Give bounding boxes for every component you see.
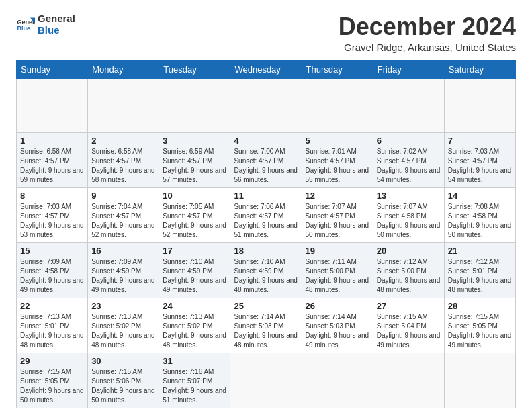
calendar-cell: 18Sunrise: 7:10 AMSunset: 4:59 PMDayligh… bbox=[230, 242, 302, 298]
day-info: Sunrise: 7:15 AMSunset: 5:05 PMDaylight:… bbox=[448, 312, 512, 350]
calendar-day-header: Wednesday bbox=[230, 60, 302, 79]
day-number: 11 bbox=[234, 191, 298, 201]
day-info: Sunrise: 7:15 AMSunset: 5:06 PMDaylight:… bbox=[91, 367, 155, 405]
day-number: 8 bbox=[20, 191, 84, 201]
day-number: 31 bbox=[163, 356, 226, 366]
calendar-cell bbox=[230, 353, 302, 408]
day-number: 23 bbox=[91, 301, 155, 311]
calendar-cell: 25Sunrise: 7:14 AMSunset: 5:03 PMDayligh… bbox=[230, 298, 302, 353]
calendar-cell: 5Sunrise: 7:01 AMSunset: 4:57 PMDaylight… bbox=[302, 132, 373, 187]
calendar-cell: 28Sunrise: 7:15 AMSunset: 5:05 PMDayligh… bbox=[444, 298, 515, 353]
calendar-cell bbox=[88, 79, 159, 132]
calendar-cell bbox=[302, 353, 373, 408]
day-number: 2 bbox=[91, 136, 155, 146]
calendar-cell: 29Sunrise: 7:15 AMSunset: 5:05 PMDayligh… bbox=[17, 353, 88, 408]
calendar-cell: 9Sunrise: 7:04 AMSunset: 4:57 PMDaylight… bbox=[88, 187, 159, 242]
calendar-cell: 30Sunrise: 7:15 AMSunset: 5:06 PMDayligh… bbox=[88, 353, 159, 408]
day-number: 29 bbox=[20, 356, 84, 366]
month-title: December 2024 bbox=[339, 13, 516, 40]
page-header: General Blue General Blue December 2024 … bbox=[16, 13, 516, 53]
day-info: Sunrise: 7:07 AMSunset: 4:57 PMDaylight:… bbox=[306, 202, 369, 240]
day-number: 12 bbox=[306, 191, 369, 201]
calendar-cell bbox=[159, 79, 230, 132]
calendar-day-header: Sunday bbox=[17, 60, 88, 79]
day-info: Sunrise: 7:03 AMSunset: 4:57 PMDaylight:… bbox=[20, 202, 84, 240]
calendar-cell bbox=[17, 79, 88, 132]
calendar-cell: 15Sunrise: 7:09 AMSunset: 4:58 PMDayligh… bbox=[17, 242, 88, 298]
day-info: Sunrise: 7:06 AMSunset: 4:57 PMDaylight:… bbox=[234, 202, 298, 240]
calendar-cell: 13Sunrise: 7:07 AMSunset: 4:58 PMDayligh… bbox=[373, 187, 444, 242]
day-info: Sunrise: 7:15 AMSunset: 5:05 PMDaylight:… bbox=[20, 367, 84, 405]
day-info: Sunrise: 7:13 AMSunset: 5:02 PMDaylight:… bbox=[91, 312, 155, 350]
day-number: 25 bbox=[234, 301, 298, 311]
calendar-cell: 31Sunrise: 7:16 AMSunset: 5:07 PMDayligh… bbox=[159, 353, 230, 408]
day-number: 4 bbox=[234, 136, 298, 146]
day-info: Sunrise: 7:00 AMSunset: 4:57 PMDaylight:… bbox=[234, 147, 298, 185]
calendar-cell: 10Sunrise: 7:05 AMSunset: 4:57 PMDayligh… bbox=[159, 187, 230, 242]
day-info: Sunrise: 7:12 AMSunset: 5:01 PMDaylight:… bbox=[448, 257, 512, 295]
day-info: Sunrise: 7:14 AMSunset: 5:03 PMDaylight:… bbox=[306, 312, 369, 350]
calendar-cell: 20Sunrise: 7:12 AMSunset: 5:00 PMDayligh… bbox=[373, 242, 444, 298]
day-number: 30 bbox=[91, 356, 155, 366]
calendar-cell: 2Sunrise: 6:58 AMSunset: 4:57 PMDaylight… bbox=[88, 132, 159, 187]
day-number: 28 bbox=[448, 301, 512, 311]
day-number: 15 bbox=[20, 246, 84, 256]
day-number: 1 bbox=[20, 136, 84, 146]
day-info: Sunrise: 7:13 AMSunset: 5:01 PMDaylight:… bbox=[20, 312, 84, 350]
day-number: 14 bbox=[448, 191, 512, 201]
logo: General Blue General Blue bbox=[16, 13, 75, 36]
title-section: December 2024 Gravel Ridge, Arkansas, Un… bbox=[339, 13, 516, 53]
day-number: 16 bbox=[91, 246, 155, 256]
day-number: 18 bbox=[234, 246, 298, 256]
calendar-cell: 3Sunrise: 6:59 AMSunset: 4:57 PMDaylight… bbox=[159, 132, 230, 187]
day-number: 13 bbox=[377, 191, 441, 201]
calendar-cell: 27Sunrise: 7:15 AMSunset: 5:04 PMDayligh… bbox=[373, 298, 444, 353]
logo-text-general: General bbox=[38, 13, 75, 25]
calendar-day-header: Saturday bbox=[444, 60, 515, 79]
day-number: 19 bbox=[306, 246, 369, 256]
calendar-day-header: Monday bbox=[88, 60, 159, 79]
day-number: 20 bbox=[377, 246, 441, 256]
day-number: 26 bbox=[306, 301, 369, 311]
day-info: Sunrise: 7:16 AMSunset: 5:07 PMDaylight:… bbox=[163, 367, 226, 405]
day-info: Sunrise: 7:14 AMSunset: 5:03 PMDaylight:… bbox=[234, 312, 298, 350]
logo-icon: General Blue bbox=[16, 15, 35, 34]
calendar-header-row: SundayMondayTuesdayWednesdayThursdayFrid… bbox=[17, 60, 516, 79]
day-number: 17 bbox=[163, 246, 226, 256]
day-info: Sunrise: 7:11 AMSunset: 5:00 PMDaylight:… bbox=[306, 257, 369, 295]
day-info: Sunrise: 7:09 AMSunset: 4:58 PMDaylight:… bbox=[20, 257, 84, 295]
calendar-day-header: Tuesday bbox=[159, 60, 230, 79]
calendar-cell: 24Sunrise: 7:13 AMSunset: 5:02 PMDayligh… bbox=[159, 298, 230, 353]
location-title: Gravel Ridge, Arkansas, United States bbox=[339, 42, 516, 53]
day-info: Sunrise: 7:03 AMSunset: 4:57 PMDaylight:… bbox=[448, 147, 512, 185]
day-number: 6 bbox=[377, 136, 441, 146]
day-number: 10 bbox=[163, 191, 226, 201]
calendar-cell: 4Sunrise: 7:00 AMSunset: 4:57 PMDaylight… bbox=[230, 132, 302, 187]
day-info: Sunrise: 7:13 AMSunset: 5:02 PMDaylight:… bbox=[163, 312, 226, 350]
calendar-cell: 6Sunrise: 7:02 AMSunset: 4:57 PMDaylight… bbox=[373, 132, 444, 187]
day-info: Sunrise: 7:02 AMSunset: 4:57 PMDaylight:… bbox=[377, 147, 441, 185]
logo-text-blue: Blue bbox=[38, 25, 75, 36]
day-info: Sunrise: 7:01 AMSunset: 4:57 PMDaylight:… bbox=[306, 147, 369, 185]
calendar-cell: 19Sunrise: 7:11 AMSunset: 5:00 PMDayligh… bbox=[302, 242, 373, 298]
calendar-cell bbox=[302, 79, 373, 132]
calendar-cell bbox=[444, 79, 515, 132]
calendar-cell: 17Sunrise: 7:10 AMSunset: 4:59 PMDayligh… bbox=[159, 242, 230, 298]
calendar-cell: 8Sunrise: 7:03 AMSunset: 4:57 PMDaylight… bbox=[17, 187, 88, 242]
day-info: Sunrise: 6:59 AMSunset: 4:57 PMDaylight:… bbox=[163, 147, 226, 185]
day-info: Sunrise: 7:10 AMSunset: 4:59 PMDaylight:… bbox=[234, 257, 298, 295]
calendar-cell: 11Sunrise: 7:06 AMSunset: 4:57 PMDayligh… bbox=[230, 187, 302, 242]
day-number: 3 bbox=[163, 136, 226, 146]
day-number: 21 bbox=[448, 246, 512, 256]
calendar-day-header: Friday bbox=[373, 60, 444, 79]
day-number: 7 bbox=[448, 136, 512, 146]
calendar-cell: 7Sunrise: 7:03 AMSunset: 4:57 PMDaylight… bbox=[444, 132, 515, 187]
day-info: Sunrise: 7:10 AMSunset: 4:59 PMDaylight:… bbox=[163, 257, 226, 295]
calendar-cell: 1Sunrise: 6:58 AMSunset: 4:57 PMDaylight… bbox=[17, 132, 88, 187]
day-info: Sunrise: 7:15 AMSunset: 5:04 PMDaylight:… bbox=[377, 312, 441, 350]
calendar-cell: 16Sunrise: 7:09 AMSunset: 4:59 PMDayligh… bbox=[88, 242, 159, 298]
day-number: 22 bbox=[20, 301, 84, 311]
day-number: 24 bbox=[163, 301, 226, 311]
calendar-day-header: Thursday bbox=[302, 60, 373, 79]
calendar-table: SundayMondayTuesdayWednesdayThursdayFrid… bbox=[16, 60, 516, 408]
